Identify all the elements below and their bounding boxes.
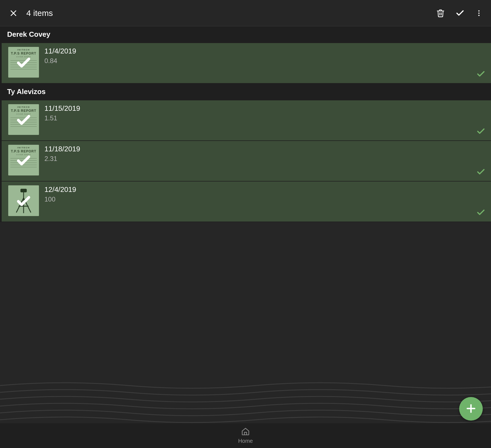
list-item[interactable]: INITECH T.P.S REPORT COVER SHEET 11/4/20… [0, 43, 491, 84]
delete-button[interactable] [433, 6, 448, 20]
selected-check-icon [8, 104, 39, 135]
row-body: 11/15/2019 1.51 [39, 104, 476, 137]
row-date: 11/4/2019 [44, 47, 476, 55]
confirm-button[interactable] [453, 6, 467, 21]
group-header: Derek Covey [0, 26, 491, 43]
nav-home[interactable]: Home [238, 427, 253, 444]
add-button[interactable] [459, 397, 483, 421]
selection-toolbar: 4 items [0, 0, 491, 26]
row-value: 2.31 [44, 155, 476, 163]
plus-icon [465, 403, 476, 415]
svg-point-4 [478, 15, 480, 16]
thumbnail[interactable]: INITECH T.P.S REPORT COVER SHEET [8, 47, 39, 78]
close-selection-button[interactable] [7, 6, 20, 20]
row-date: 11/15/2019 [44, 104, 476, 113]
overflow-menu-button[interactable] [472, 7, 486, 20]
approved-icon [476, 167, 486, 177]
nav-home-label: Home [238, 438, 253, 444]
row-value: 1.51 [44, 114, 476, 122]
row-body: 12/4/2019 100 [39, 185, 476, 218]
check-icon [455, 8, 465, 18]
item-list: Derek Covey INITECH T.P.S REPORT COVER S… [0, 26, 491, 380]
selected-check-icon [8, 47, 39, 78]
more-vertical-icon [475, 9, 483, 17]
approved-icon [476, 127, 486, 137]
waves-decoration [0, 380, 491, 423]
home-icon [241, 427, 250, 437]
row-value: 0.84 [44, 57, 476, 65]
row-value: 100 [44, 195, 476, 203]
list-item[interactable]: INITECH T.P.S REPORT COVER SHEET 11/15/2… [0, 100, 491, 141]
svg-point-2 [478, 10, 480, 12]
row-body: 11/18/2019 2.31 [39, 145, 476, 177]
group-header: Ty Alevizos [0, 84, 491, 100]
approved-icon [476, 69, 486, 79]
selected-check-icon [8, 145, 39, 175]
list-item[interactable]: 12/4/2019 100 [0, 182, 491, 222]
svg-point-3 [478, 12, 480, 14]
trash-icon [436, 9, 445, 18]
close-icon [9, 9, 18, 17]
row-date: 11/18/2019 [44, 145, 476, 153]
row-date: 12/4/2019 [44, 185, 476, 194]
selected-check-icon [8, 185, 39, 216]
list-item[interactable]: INITECH T.P.S REPORT COVER SHEET 11/18/2… [0, 141, 491, 182]
approved-icon [476, 208, 486, 218]
bottom-nav: Home [0, 423, 491, 448]
selection-count: 4 items [26, 8, 53, 18]
thumbnail[interactable]: INITECH T.P.S REPORT COVER SHEET [8, 145, 39, 175]
thumbnail[interactable]: INITECH T.P.S REPORT COVER SHEET [8, 104, 39, 135]
thumbnail[interactable] [8, 185, 39, 216]
row-body: 11/4/2019 0.84 [39, 47, 476, 79]
